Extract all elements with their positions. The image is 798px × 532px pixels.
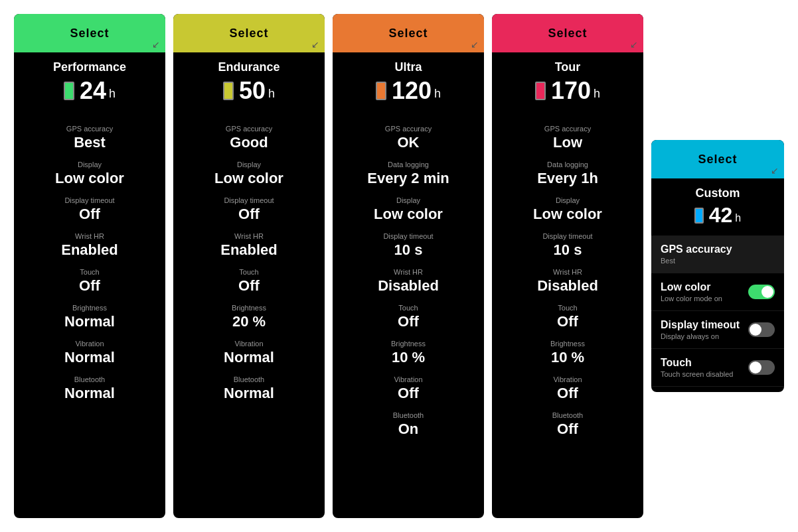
ultra-section-value-7: Off — [343, 385, 473, 402]
endurance-section-1: Display Low color — [184, 161, 314, 187]
endurance-body: Endurance50h GPS accuracy Good Display L… — [173, 52, 325, 518]
ultra-section-label-6: Brightness — [343, 340, 473, 348]
ultra-section-value-4: Disabled — [343, 277, 473, 295]
tour-section-label-5: Touch — [503, 304, 633, 312]
custom-setting-1[interactable]: Low colorLow color mode on — [651, 273, 784, 311]
ultra-battery-value: 120 — [392, 77, 432, 105]
performance-section-label-4: Touch — [25, 268, 155, 276]
tour-select-label: Select — [548, 27, 587, 40]
ultra-section-label-0: GPS accuracy — [343, 125, 473, 133]
custom-battery-icon — [694, 208, 704, 224]
performance-section-4: Touch Off — [25, 268, 155, 295]
ultra-section-value-2: Low color — [343, 206, 473, 223]
custom-setting-sublabel-3: Touch screen disabled — [661, 370, 733, 378]
custom-setting-text-0: GPS accuracyBest — [661, 243, 732, 265]
endurance-mode-section: Endurance50h — [184, 60, 314, 115]
custom-toggle-2[interactable] — [748, 322, 775, 337]
ultra-section-value-0: OK — [343, 134, 473, 151]
endurance-corner-arrow: ↙ — [311, 39, 319, 50]
custom-setting-2[interactable]: Display timeoutDisplay always on — [651, 311, 784, 349]
custom-select-label: Select — [698, 153, 737, 166]
custom-settings-list: GPS accuracyBestLow colorLow color mode … — [651, 235, 784, 387]
ultra-section-label-1: Data logging — [343, 161, 473, 168]
ultra-corner-arrow: ↙ — [471, 39, 479, 50]
endurance-section-value-4: Off — [184, 277, 314, 295]
ultra-section-5: Touch Off — [343, 304, 473, 330]
card-custom[interactable]: Select ↙ Custom 42 h GPS accuracyBestLow… — [651, 140, 784, 392]
ultra-mode-name: Ultra — [343, 60, 473, 74]
tour-section-4: Wrist HR Disabled — [503, 268, 633, 295]
endurance-section-value-7: Normal — [184, 385, 314, 402]
performance-section-value-2: Off — [25, 206, 155, 223]
endurance-section-value-1: Low color — [184, 170, 314, 187]
tour-battery-value: 170 — [551, 77, 591, 105]
tour-section-label-1: Data logging — [503, 161, 633, 168]
card-performance[interactable]: Select ↙ Performance24h GPS accuracy Bes… — [14, 14, 165, 518]
custom-toggle-1[interactable] — [748, 285, 775, 299]
endurance-section-value-0: Good — [184, 134, 314, 151]
ultra-section-value-5: Off — [343, 313, 473, 330]
performance-section-value-1: Low color — [25, 170, 155, 187]
tour-section-value-0: Low — [503, 134, 633, 151]
custom-setting-header-0: GPS accuracyBest — [661, 243, 775, 265]
endurance-section-0: GPS accuracy Good — [184, 125, 314, 151]
ultra-battery-unit: h — [434, 87, 441, 101]
performance-header[interactable]: Select ↙ — [14, 14, 165, 52]
tour-body: Tour170h GPS accuracy Low Data logging E… — [492, 52, 643, 518]
tour-header[interactable]: Select ↙ — [492, 14, 643, 52]
tour-section-value-8: Off — [503, 421, 633, 438]
tour-section-label-8: Bluetooth — [503, 411, 633, 419]
performance-section-value-7: Normal — [25, 385, 155, 402]
custom-toggle-3[interactable] — [748, 360, 775, 375]
performance-section-5: Brightness Normal — [25, 304, 155, 330]
ultra-section-2: Display Low color — [343, 196, 473, 223]
performance-mode-name: Performance — [25, 60, 155, 74]
endurance-mode-name: Endurance — [184, 60, 314, 74]
custom-corner-arrow: ↙ — [771, 165, 779, 176]
custom-setting-3[interactable]: TouchTouch screen disabled — [651, 349, 784, 387]
performance-body: Performance24h GPS accuracy Best Display… — [14, 52, 165, 518]
ultra-section-value-6: 10 % — [343, 349, 473, 366]
custom-toggle-knob-2 — [750, 324, 761, 336]
custom-mode-name: Custom — [661, 186, 775, 200]
tour-section-5: Touch Off — [503, 304, 633, 330]
card-tour[interactable]: Select ↙ Tour170h GPS accuracy Low Data … — [492, 14, 643, 518]
endurance-section-label-5: Brightness — [184, 304, 314, 312]
performance-section-0: GPS accuracy Best — [25, 125, 155, 151]
endurance-battery-icon — [223, 82, 234, 100]
performance-section-value-4: Off — [25, 277, 155, 295]
endurance-section-value-2: Off — [184, 206, 314, 223]
tour-section-value-4: Disabled — [503, 277, 633, 295]
endurance-battery-unit: h — [268, 87, 275, 101]
performance-select-label: Select — [70, 27, 109, 40]
endurance-header[interactable]: Select ↙ — [173, 14, 325, 52]
custom-setting-label-3: Touch — [661, 357, 733, 369]
tour-section-2: Display Low color — [503, 196, 633, 223]
tour-mode-name: Tour — [503, 60, 633, 74]
custom-setting-text-2: Display timeoutDisplay always on — [661, 319, 740, 340]
custom-header[interactable]: Select ↙ — [651, 140, 784, 178]
custom-setting-0: GPS accuracyBest — [651, 235, 784, 273]
card-endurance[interactable]: Select ↙ Endurance50h GPS accuracy Good … — [173, 14, 325, 518]
tour-section-label-4: Wrist HR — [503, 268, 633, 276]
card-ultra[interactable]: Select ↙ Ultra120h GPS accuracy OK Data … — [333, 14, 484, 518]
tour-section-label-2: Display — [503, 196, 633, 204]
ultra-header[interactable]: Select ↙ — [333, 14, 484, 52]
tour-section-label-0: GPS accuracy — [503, 125, 633, 133]
tour-section-label-6: Brightness — [503, 340, 633, 348]
ultra-section-label-5: Touch — [343, 304, 473, 312]
performance-section-value-6: Normal — [25, 349, 155, 366]
ultra-section-1: Data logging Every 2 min — [343, 161, 473, 187]
custom-setting-label-2: Display timeout — [661, 319, 740, 331]
custom-battery-value: 42 — [709, 203, 733, 228]
tour-section-value-2: Low color — [503, 206, 633, 223]
endurance-battery-line: 50h — [184, 77, 314, 105]
performance-section-6: Vibration Normal — [25, 340, 155, 366]
ultra-section-label-8: Bluetooth — [343, 411, 473, 419]
endurance-section-label-0: GPS accuracy — [184, 125, 314, 133]
ultra-section-value-8: On — [343, 421, 473, 438]
custom-setting-header-3: TouchTouch screen disabled — [661, 357, 775, 378]
tour-section-7: Vibration Off — [503, 375, 633, 402]
custom-setting-text-3: TouchTouch screen disabled — [661, 357, 733, 378]
endurance-section-2: Display timeout Off — [184, 196, 314, 223]
